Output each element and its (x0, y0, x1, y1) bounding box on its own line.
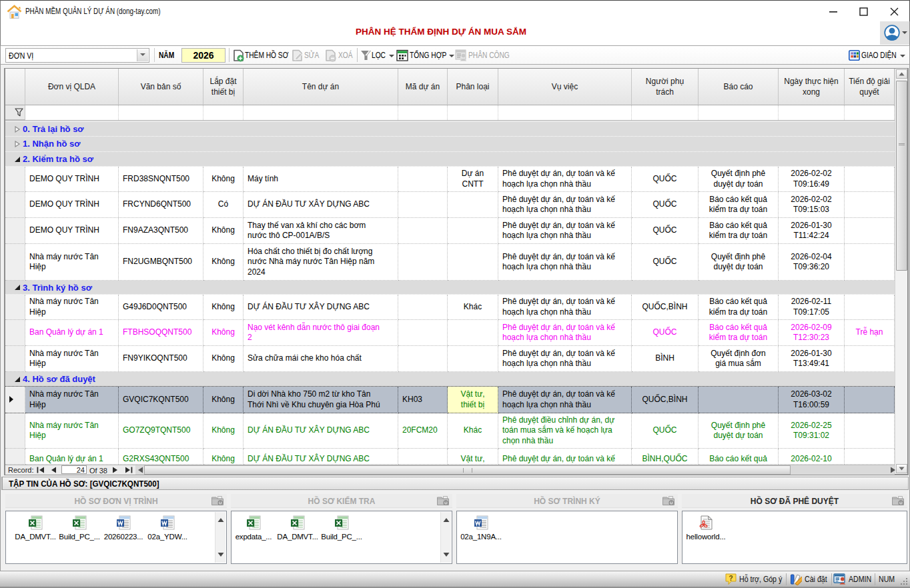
svg-text:?: ? (729, 574, 733, 581)
